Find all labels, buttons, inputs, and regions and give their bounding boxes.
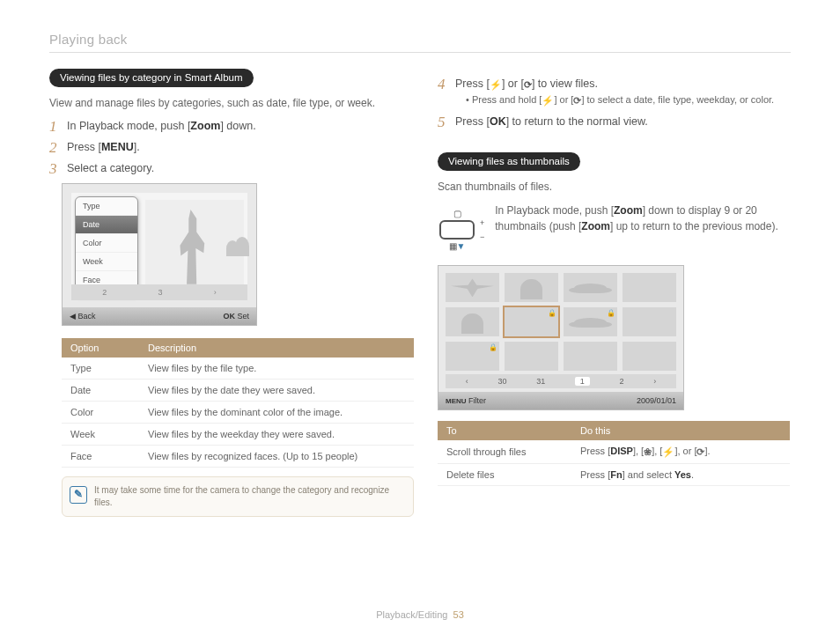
steps-4-5: Press [⚡] or [⟳] to view files. Press an… [438, 77, 791, 128]
date-strip: 2 3 › [71, 284, 247, 300]
thumb-cell-selected: 🔒 [505, 307, 558, 336]
menu-label: MENU [446, 397, 467, 405]
right-column: Press [⚡] or [⟳] to view files. Press an… [438, 69, 791, 517]
lock-icon: 🔒 [489, 343, 497, 351]
thumb-cell: 🔒 [564, 307, 617, 336]
page-footer: Playback/Editing 53 [0, 609, 840, 620]
category-menu: Type Date Color Week Face [75, 196, 138, 297]
menu-color: Color [76, 234, 137, 253]
two-column-layout: Viewing files by category in Smart Album… [49, 69, 791, 517]
ok-label: OK [223, 312, 235, 321]
macro-icon: ❀ [644, 446, 652, 458]
menu-type: Type [76, 197, 137, 216]
minus-label: − [480, 232, 484, 241]
filter-label: Filter [468, 396, 486, 405]
table-row: FaceView files by recognized faces. (Up … [62, 446, 414, 468]
preview-heads-icon [226, 237, 253, 258]
option-table: Option Description TypeView files by the… [62, 338, 414, 468]
thumb-cell [446, 273, 499, 302]
thumb-cell: 🔒 [446, 342, 499, 371]
thumb-cell [623, 342, 676, 371]
zoom-instruction-row: ▢ ▦▼ + − In Playback mode, push [Zoom] d… [438, 203, 791, 256]
th-option: Option [62, 338, 139, 358]
table-row: DateView files by the date they were sav… [62, 380, 414, 402]
thumb-cell [505, 342, 558, 371]
fn-label: Fn [610, 469, 622, 480]
zoom-lever-icon [439, 220, 475, 240]
thumbnail-footer: MENU Filter 2009/01/01 [438, 392, 683, 409]
single-thumb-icon: ▢ [453, 209, 461, 218]
flash-icon: ⚡ [542, 95, 554, 107]
section-pill-thumbnails: Viewing files as thumbnails [438, 152, 580, 171]
section-pill-smart-album: Viewing files by category in Smart Album [49, 69, 254, 87]
th-do: Do this [571, 421, 790, 440]
th-description: Description [139, 338, 414, 358]
flash-icon: ⚡ [662, 446, 674, 458]
step-5: Press [OK] to return to the normal view. [438, 115, 791, 128]
lock-icon: 🔒 [607, 309, 615, 317]
menu-date: Date [76, 216, 137, 234]
timer-icon: ⟳ [696, 446, 704, 458]
step-4-sub: Press and hold [⚡] or [⟳] to select a da… [466, 94, 791, 107]
left-column: Viewing files by category in Smart Album… [49, 69, 402, 517]
thumb-cell [505, 273, 558, 302]
table-row: TypeView files by the file type. [62, 358, 414, 380]
thumb-cell [446, 307, 499, 336]
yes-label: Yes [674, 469, 691, 480]
table-row: Delete files Press [Fn] and select Yes. [438, 464, 790, 486]
th-to: To [438, 421, 571, 440]
date-label: 2009/01/01 [637, 396, 676, 405]
table-row: ColorView files by the dominant color of… [62, 402, 414, 424]
multi-thumb-icon: ▦▼ [449, 241, 466, 251]
flash-icon: ⚡ [490, 79, 502, 91]
step-1: In Playback mode, push [Zoom] down. [49, 120, 402, 132]
disp-label: DISP [610, 446, 633, 456]
divider [49, 52, 791, 53]
timer-icon: ⟳ [573, 95, 581, 107]
intro-text: View and manage files by categories, suc… [49, 96, 402, 111]
manual-page: Playing back Viewing files by category i… [0, 0, 840, 634]
lock-icon: 🔒 [548, 309, 556, 317]
table-row: WeekView files by the weekday they were … [62, 424, 414, 446]
set-label: Set [237, 312, 249, 321]
note-box: ✎ It may take some time for the camera t… [62, 476, 414, 517]
page-number: 53 [453, 609, 464, 620]
thumbnail-grid-screenshot: 🔒 🔒 🔒 ‹ 30 31 1 2 › MENU Filter [438, 265, 684, 410]
screenshot-footer: ◀ Back OK Set [63, 307, 256, 325]
note-icon: ✎ [70, 486, 87, 504]
thumb-cell [623, 273, 676, 302]
thumb-cell [564, 273, 617, 302]
steps-1-3: In Playback mode, push [Zoom] down. Pres… [49, 120, 402, 174]
zoom-instruction-text: In Playback mode, push [Zoom] down to di… [438, 203, 791, 234]
section-header: Playing back [49, 32, 791, 47]
ok-button-label: OK [490, 115, 506, 128]
plus-label: + [480, 218, 484, 227]
timer-icon: ⟳ [524, 79, 532, 91]
step-2: Press [MENU]. [49, 141, 402, 153]
thumb-cell [564, 342, 617, 371]
action-table: To Do this Scroll through files Press [D… [438, 421, 790, 486]
zoom-control-diagram: ▢ ▦▼ + − [438, 207, 486, 253]
table-row: Scroll through files Press [DISP], [❀], … [438, 440, 790, 464]
menu-week: Week [76, 253, 137, 271]
back-label: ◀ Back [70, 312, 96, 321]
thumb-cell [623, 307, 676, 336]
category-screenshot: Type Date Color Week Face 2 3 › ◀ Back [62, 183, 257, 326]
step-4: Press [⚡] or [⟳] to view files. Press an… [438, 77, 791, 107]
scan-text: Scan thumbnails of files. [438, 180, 791, 195]
step-3: Select a category. [49, 162, 402, 174]
thumbnail-datebar: ‹ 30 31 1 2 › [446, 374, 676, 388]
